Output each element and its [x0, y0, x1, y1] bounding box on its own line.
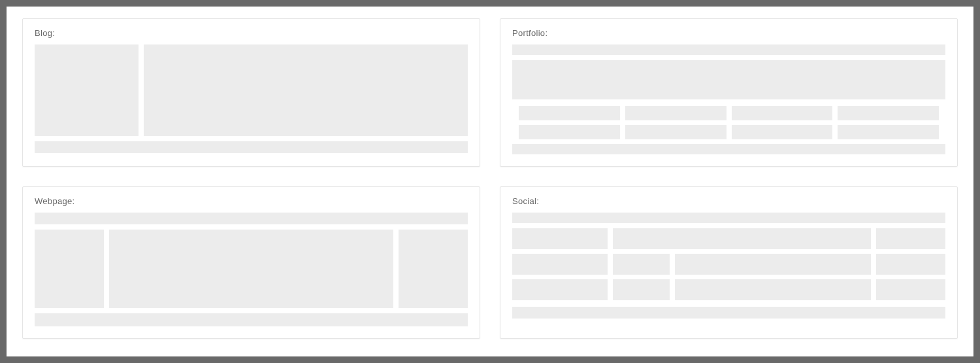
blog-template-card[interactable]: Blog: — [22, 18, 480, 167]
webpage-title: Webpage: — [35, 196, 468, 206]
social-title: Social: — [512, 196, 945, 206]
social-right-column — [876, 228, 945, 300]
webpage-header-placeholder — [35, 213, 468, 224]
portfolio-row-1 — [512, 106, 945, 120]
webpage-body — [35, 230, 468, 308]
template-grid: Blog: Portfolio: — [22, 18, 958, 339]
social-center-small-placeholder — [613, 254, 670, 275]
portfolio-item-placeholder — [519, 125, 620, 139]
blog-sidebar-placeholder — [35, 44, 139, 136]
portfolio-item-placeholder — [519, 106, 620, 120]
social-left-column — [512, 228, 608, 300]
blog-footer-placeholder — [35, 141, 468, 153]
webpage-left-placeholder — [35, 230, 104, 308]
social-center-row-placeholder — [613, 228, 871, 249]
social-left-item-placeholder — [512, 228, 608, 249]
webpage-right-placeholder — [399, 230, 468, 308]
social-center-subrow — [613, 254, 871, 275]
social-footer-placeholder — [512, 307, 945, 319]
social-right-item-placeholder — [876, 254, 945, 275]
portfolio-footer-placeholder — [512, 144, 945, 154]
social-center-column — [613, 228, 871, 300]
portfolio-template-card[interactable]: Portfolio: — [500, 18, 958, 167]
social-right-item-placeholder — [876, 228, 945, 249]
social-center-wide-placeholder — [675, 254, 871, 275]
webpage-template-card[interactable]: Webpage: — [22, 186, 480, 339]
blog-main-placeholder — [144, 44, 468, 136]
portfolio-title: Portfolio: — [512, 28, 945, 38]
social-center-subrow — [613, 279, 871, 300]
social-template-card[interactable]: Social: — [500, 186, 958, 339]
portfolio-item-placeholder — [625, 106, 727, 120]
social-header-placeholder — [512, 213, 945, 223]
portfolio-row-2 — [512, 125, 945, 139]
portfolio-item-placeholder — [625, 125, 727, 139]
social-left-item-placeholder — [512, 279, 608, 300]
portfolio-item-placeholder — [838, 106, 939, 120]
portfolio-top-placeholder — [512, 44, 945, 55]
social-right-item-placeholder — [876, 279, 945, 300]
content-area[interactable]: Blog: Portfolio: — [7, 7, 973, 356]
social-body — [512, 228, 945, 300]
portfolio-item-placeholder — [732, 125, 833, 139]
blog-title: Blog: — [35, 28, 468, 38]
blog-layout-body — [35, 44, 468, 136]
social-left-item-placeholder — [512, 254, 608, 275]
social-center-wide-placeholder — [675, 279, 871, 300]
portfolio-item-placeholder — [732, 106, 833, 120]
webpage-main-placeholder — [109, 230, 393, 308]
portfolio-item-placeholder — [838, 125, 939, 139]
social-center-small-placeholder — [613, 279, 670, 300]
portfolio-hero-placeholder — [512, 60, 945, 99]
webpage-footer-placeholder — [35, 313, 468, 326]
